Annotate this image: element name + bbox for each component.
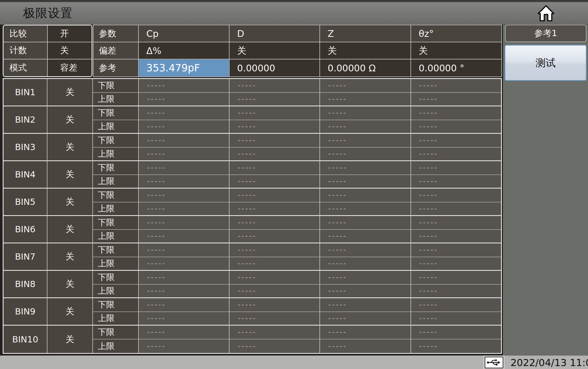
lower-limit-value[interactable]: ----- — [411, 216, 501, 230]
lower-limit-value[interactable]: ----- — [230, 189, 320, 202]
lower-limit-value[interactable]: ----- — [230, 106, 320, 120]
upper-limit-value[interactable]: ----- — [230, 202, 320, 216]
count-setting-value[interactable]: 关 — [48, 42, 92, 59]
mode-setting-value[interactable]: 容差 — [48, 59, 92, 76]
lower-limit-value[interactable]: ----- — [139, 161, 230, 175]
upper-limit-value[interactable]: ----- — [320, 230, 411, 244]
reference-value-0[interactable]: 353.479pF — [139, 59, 230, 77]
lower-limit-value[interactable]: ----- — [411, 326, 501, 339]
bin-state-toggle[interactable]: 关 — [47, 243, 93, 271]
upper-limit-value[interactable]: ----- — [320, 202, 411, 216]
lower-limit-value[interactable]: ----- — [139, 189, 230, 202]
param-name-3[interactable]: θz° — [411, 25, 501, 42]
lower-limit-value[interactable]: ----- — [320, 79, 411, 93]
upper-limit-value[interactable]: ----- — [320, 285, 411, 298]
lower-limit-value[interactable]: ----- — [139, 106, 230, 120]
lower-limit-value[interactable]: ----- — [139, 216, 230, 230]
upper-limit-value[interactable]: ----- — [230, 257, 320, 271]
lower-limit-value[interactable]: ----- — [411, 161, 501, 175]
reference-page-button[interactable]: 参考1 — [505, 25, 586, 42]
deviation-value-1[interactable]: 关 — [230, 42, 320, 59]
lower-limit-value[interactable]: ----- — [411, 189, 501, 202]
param-name-2[interactable]: Z — [320, 25, 411, 42]
upper-limit-value[interactable]: ----- — [411, 202, 501, 216]
upper-limit-value[interactable]: ----- — [139, 285, 230, 298]
lower-limit-value[interactable]: ----- — [230, 134, 320, 148]
lower-limit-value[interactable]: ----- — [139, 326, 230, 339]
upper-limit-value[interactable]: ----- — [139, 148, 230, 161]
upper-limit-value[interactable]: ----- — [411, 148, 501, 161]
compare-setting-value[interactable]: 开 — [48, 26, 92, 42]
lower-limit-value[interactable]: ----- — [139, 271, 230, 285]
lower-limit-value[interactable]: ----- — [139, 298, 230, 312]
lower-limit-value[interactable]: ----- — [411, 106, 501, 120]
upper-limit-value[interactable]: ----- — [320, 312, 411, 326]
upper-limit-value[interactable]: ----- — [139, 339, 230, 353]
bin-state-toggle[interactable]: 关 — [47, 189, 93, 216]
lower-limit-value[interactable]: ----- — [320, 216, 411, 230]
upper-limit-value[interactable]: ----- — [320, 93, 411, 107]
upper-limit-value[interactable]: ----- — [411, 312, 501, 326]
lower-limit-value[interactable]: ----- — [230, 161, 320, 175]
lower-limit-value[interactable]: ----- — [139, 79, 230, 93]
lower-limit-value[interactable]: ----- — [320, 134, 411, 148]
bin-state-toggle[interactable]: 关 — [47, 79, 93, 106]
upper-limit-value[interactable]: ----- — [411, 93, 501, 107]
deviation-value-3[interactable]: 关 — [411, 42, 501, 59]
lower-limit-value[interactable]: ----- — [230, 298, 320, 312]
deviation-value-0[interactable]: Δ% — [139, 42, 230, 59]
lower-limit-value[interactable]: ----- — [320, 326, 411, 339]
param-name-0[interactable]: Cp — [139, 25, 230, 42]
home-button[interactable] — [537, 5, 555, 22]
upper-limit-value[interactable]: ----- — [411, 339, 501, 353]
upper-limit-value[interactable]: ----- — [320, 148, 411, 161]
bin-state-toggle[interactable]: 关 — [47, 106, 93, 134]
upper-limit-value[interactable]: ----- — [230, 93, 320, 107]
upper-limit-value[interactable]: ----- — [320, 257, 411, 271]
upper-limit-value[interactable]: ----- — [320, 175, 411, 189]
lower-limit-value[interactable]: ----- — [411, 298, 501, 312]
upper-limit-value[interactable]: ----- — [320, 339, 411, 353]
upper-limit-value[interactable]: ----- — [139, 93, 230, 107]
lower-limit-value[interactable]: ----- — [230, 271, 320, 285]
lower-limit-value[interactable]: ----- — [411, 271, 501, 285]
lower-limit-value[interactable]: ----- — [230, 243, 320, 257]
deviation-value-2[interactable]: 关 — [320, 42, 411, 59]
upper-limit-value[interactable]: ----- — [139, 312, 230, 326]
lower-limit-value[interactable]: ----- — [230, 326, 320, 339]
upper-limit-value[interactable]: ----- — [230, 285, 320, 298]
upper-limit-value[interactable]: ----- — [320, 120, 411, 134]
lower-limit-value[interactable]: ----- — [320, 271, 411, 285]
upper-limit-value[interactable]: ----- — [139, 202, 230, 216]
upper-limit-value[interactable]: ----- — [411, 257, 501, 271]
lower-limit-value[interactable]: ----- — [411, 134, 501, 148]
lower-limit-value[interactable]: ----- — [230, 79, 320, 93]
upper-limit-value[interactable]: ----- — [139, 175, 230, 189]
upper-limit-value[interactable]: ----- — [230, 175, 320, 189]
upper-limit-value[interactable]: ----- — [139, 230, 230, 244]
lower-limit-value[interactable]: ----- — [320, 189, 411, 202]
reference-value-3[interactable]: 0.00000 ° — [411, 59, 501, 77]
bin-state-toggle[interactable]: 关 — [47, 326, 93, 353]
lower-limit-value[interactable]: ----- — [320, 298, 411, 312]
bin-state-toggle[interactable]: 关 — [47, 216, 93, 243]
lower-limit-value[interactable]: ----- — [230, 216, 320, 230]
lower-limit-value[interactable]: ----- — [139, 134, 230, 148]
reference-value-1[interactable]: 0.00000 — [230, 59, 320, 77]
upper-limit-value[interactable]: ----- — [411, 285, 501, 298]
bin-state-toggle[interactable]: 关 — [47, 271, 93, 298]
param-name-1[interactable]: D — [230, 25, 320, 42]
upper-limit-value[interactable]: ----- — [139, 257, 230, 271]
lower-limit-value[interactable]: ----- — [139, 243, 230, 257]
lower-limit-value[interactable]: ----- — [411, 243, 501, 257]
bin-state-toggle[interactable]: 关 — [47, 161, 93, 189]
lower-limit-value[interactable]: ----- — [320, 161, 411, 175]
upper-limit-value[interactable]: ----- — [230, 230, 320, 244]
upper-limit-value[interactable]: ----- — [139, 120, 230, 134]
upper-limit-value[interactable]: ----- — [411, 120, 501, 134]
test-page-button[interactable]: 测试 — [505, 45, 587, 81]
upper-limit-value[interactable]: ----- — [411, 175, 501, 189]
upper-limit-value[interactable]: ----- — [230, 148, 320, 161]
upper-limit-value[interactable]: ----- — [230, 120, 320, 134]
bin-state-toggle[interactable]: 关 — [47, 298, 93, 326]
